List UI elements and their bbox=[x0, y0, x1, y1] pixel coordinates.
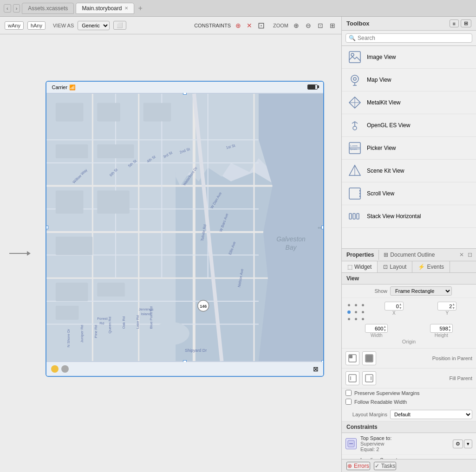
tab-events[interactable]: ⚡ Events bbox=[412, 261, 450, 272]
anchor-bc[interactable] bbox=[352, 316, 359, 322]
tab-main[interactable]: Main.storyboard ✕ bbox=[76, 3, 134, 14]
width-field[interactable]: ▲ ▼ bbox=[365, 324, 388, 333]
wh-fields: ▲ ▼ Width ▲ ▼ bbox=[346, 324, 472, 338]
svg-rect-32 bbox=[97, 283, 125, 297]
arrange-icons bbox=[346, 371, 376, 385]
zoom-fit-btn[interactable]: ⊡ bbox=[316, 22, 325, 29]
constraint-1-down-btn[interactable]: ▾ bbox=[464, 440, 472, 448]
constraints-header: Constraints bbox=[342, 421, 476, 433]
svg-text:Bay: Bay bbox=[285, 244, 297, 251]
wifi-icon: 📶 bbox=[69, 84, 76, 91]
tab-main-label: Main.storyboard bbox=[82, 5, 122, 12]
follow-readable-checkbox[interactable] bbox=[346, 399, 352, 405]
main-area: wAny hAny VIEW AS Generic ⬜ CONSTRAINTS … bbox=[0, 17, 476, 472]
tab-widget[interactable]: ⬚ Widget bbox=[342, 261, 378, 272]
width-label: Width bbox=[371, 333, 383, 338]
tab-layout[interactable]: ⊡ Layout bbox=[378, 261, 412, 272]
y-up-btn[interactable]: ▲ bbox=[452, 303, 455, 306]
anchor-tl[interactable] bbox=[346, 302, 352, 308]
show-select[interactable]: Frame Rectangle bbox=[390, 286, 452, 296]
zoom-actual-btn[interactable]: ⊞ bbox=[328, 22, 337, 29]
toolbox-item-scroll-view[interactable]: Scroll View bbox=[342, 182, 476, 205]
nav-back-btn[interactable]: ‹ bbox=[4, 4, 11, 13]
anchor-mc[interactable] bbox=[352, 309, 359, 315]
anchor-grid[interactable] bbox=[346, 302, 366, 322]
width-up-btn[interactable]: ▲ bbox=[383, 325, 386, 329]
width-down-btn[interactable]: ▼ bbox=[383, 329, 386, 332]
metalkit-view-icon bbox=[347, 95, 362, 110]
toolbox-item-scene-kit-view[interactable]: Scene Kit View bbox=[342, 160, 476, 182]
prop-expand-btn[interactable]: ⊡ bbox=[467, 251, 473, 259]
svg-text:Lorem: Lorem bbox=[350, 144, 358, 147]
y-field[interactable]: ▲ ▼ bbox=[437, 302, 456, 310]
prop-close-btn[interactable]: ✕ bbox=[458, 251, 465, 259]
layout-margins-select[interactable]: Default bbox=[390, 410, 472, 419]
height-label: Height bbox=[435, 333, 448, 338]
search-input[interactable] bbox=[358, 35, 469, 41]
height-up-btn[interactable]: ▲ bbox=[448, 325, 451, 329]
y-down-btn[interactable]: ▼ bbox=[452, 306, 455, 310]
svg-rect-83 bbox=[349, 188, 360, 199]
resize-handle-top[interactable] bbox=[183, 93, 187, 95]
resize-handle-right[interactable] bbox=[321, 226, 323, 229]
toolbox-list-btn[interactable]: ≡ bbox=[450, 19, 459, 27]
toolbox-item-picker-view[interactable]: LoremIpsum Picker View bbox=[342, 137, 476, 160]
pos-icon-tl[interactable] bbox=[346, 351, 359, 365]
width-input[interactable] bbox=[366, 326, 383, 331]
remove-constraint-btn[interactable]: ✕ bbox=[246, 21, 253, 30]
constraint-1-gear-btn[interactable]: ⚙ bbox=[453, 440, 463, 448]
view-as-select[interactable]: Generic bbox=[78, 21, 110, 30]
height-input[interactable] bbox=[431, 326, 448, 331]
preserve-margins-checkbox[interactable] bbox=[346, 390, 352, 396]
errors-btn[interactable]: ⊗ Errors bbox=[346, 462, 370, 470]
zoom-in-btn[interactable]: ⊕ bbox=[292, 22, 300, 29]
toolbox-item-image-view[interactable]: Image View bbox=[342, 46, 476, 69]
tab-close-btn[interactable]: ✕ bbox=[124, 6, 128, 11]
opengl-view-label: OpenGL ES View bbox=[367, 122, 410, 129]
h-any-btn[interactable]: hAny bbox=[27, 21, 46, 30]
phone-status-bar: Carrier 📶 bbox=[46, 82, 323, 93]
height-field[interactable]: ▲ ▼ bbox=[430, 324, 453, 333]
doc-outline-tab[interactable]: ⊞ Document Outline bbox=[379, 249, 439, 261]
anchor-ml[interactable] bbox=[346, 309, 352, 315]
add-constraint-btn[interactable]: ⊕ bbox=[235, 21, 242, 30]
x-down-btn[interactable]: ▼ bbox=[399, 306, 402, 310]
tab-add-btn[interactable]: + bbox=[136, 4, 144, 13]
resize-handle-corner[interactable] bbox=[321, 360, 323, 362]
y-input[interactable] bbox=[439, 304, 452, 309]
anchor-tr[interactable] bbox=[359, 302, 366, 308]
toolbox-grid-btn[interactable]: ⊞ bbox=[461, 19, 471, 27]
view-rect-btn[interactable]: ⬜ bbox=[113, 21, 126, 30]
svg-text:Rd: Rd bbox=[99, 321, 104, 325]
y-label: Y bbox=[445, 310, 449, 316]
toolbox-item-map-view[interactable]: Map View bbox=[342, 69, 476, 91]
constraint-1-equal: Equal: 2 bbox=[360, 446, 449, 452]
arrange-icon-2[interactable] bbox=[362, 371, 376, 385]
prop-header-left: Properties ⊞ Document Outline bbox=[342, 249, 456, 261]
resize-handle-left[interactable] bbox=[46, 226, 48, 229]
x-up-btn[interactable]: ▲ bbox=[399, 303, 402, 306]
resize-handle-bottom[interactable] bbox=[183, 360, 187, 362]
w-any-btn[interactable]: wAny bbox=[5, 21, 24, 30]
arrange-icon-1[interactable] bbox=[346, 371, 359, 385]
toolbox-item-stack-view-h[interactable]: Stack View Horizontal bbox=[342, 205, 476, 228]
svg-rect-27 bbox=[55, 191, 83, 214]
tab-assets[interactable]: Assets.xcassets bbox=[22, 3, 74, 14]
anchor-br[interactable] bbox=[359, 316, 366, 322]
toolbox-item-metalkit-view[interactable]: MetalKit View bbox=[342, 91, 476, 114]
nav-forward-btn[interactable]: › bbox=[13, 4, 20, 13]
svg-rect-29 bbox=[55, 237, 92, 255]
x-field[interactable]: ▲ ▼ bbox=[385, 302, 404, 310]
anchor-bl[interactable] bbox=[346, 316, 352, 322]
constraint-layout-btn[interactable]: ⊡ bbox=[257, 19, 266, 32]
pos-icon-stretch[interactable] bbox=[362, 351, 376, 365]
toolbox-item-opengl-view[interactable]: OpenGL ES View bbox=[342, 114, 476, 137]
tasks-btn[interactable]: ✓ Tasks bbox=[374, 462, 397, 470]
anchor-mr[interactable] bbox=[359, 309, 366, 315]
anchor-tc[interactable] bbox=[352, 302, 359, 308]
height-down-btn[interactable]: ▼ bbox=[448, 329, 451, 332]
tab-layout-icon: ⊡ bbox=[383, 264, 388, 270]
svg-rect-93 bbox=[366, 355, 372, 362]
x-input[interactable] bbox=[386, 304, 399, 309]
zoom-out-btn[interactable]: ⊖ bbox=[304, 22, 313, 29]
